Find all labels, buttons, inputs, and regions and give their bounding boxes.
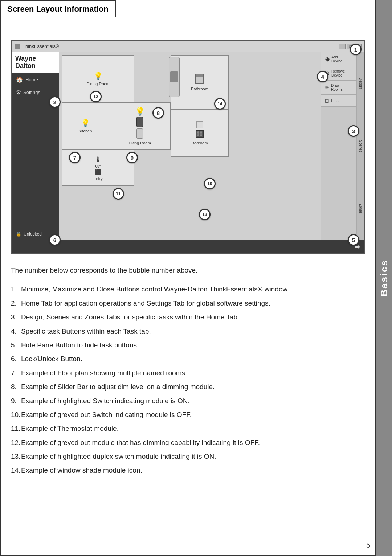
draw-rooms-label: DrawRooms xyxy=(331,83,343,91)
item-text-1: Minimize, Maximize and Close Buttons con… xyxy=(21,285,289,293)
list-item: 12.Example of greyed out module that has… xyxy=(11,437,365,448)
app-body: Wayne Dalton 🏠 Home ⚙ Settings 🔓 Unlocke… xyxy=(12,52,364,240)
light-on: 💡 xyxy=(135,107,145,116)
item-num: 1. xyxy=(11,284,17,295)
draw-rooms-button[interactable]: ✏ DrawRooms xyxy=(321,81,356,95)
item-text-3: Design, Scenes and Zones Tabs for specif… xyxy=(21,313,237,321)
tab-zones[interactable]: Zones xyxy=(357,177,364,240)
item-text-14: Example of window shade module icon. xyxy=(21,466,142,474)
erase-label: Erase xyxy=(331,99,340,103)
item-text-9: Example of highlighted Switch indicating… xyxy=(21,397,190,405)
slider-bar[interactable] xyxy=(169,57,180,97)
switch-off xyxy=(136,128,143,139)
description-list: 1.Minimize, Maximize and Close Buttons c… xyxy=(11,284,365,476)
description-area: The number below corresponds to the bubb… xyxy=(11,265,365,479)
item-text-4: Specific task Buttons within each Task t… xyxy=(21,327,151,335)
rooms-container: 💡 Dining Room 💡 Kitchen 🌡 68° ⬛ Entry xyxy=(62,55,318,237)
erase-button[interactable]: ◻ Erase xyxy=(321,95,356,107)
item-text-7: Example of Floor plan showing multiple n… xyxy=(21,369,187,377)
list-item: 4.Specific task Buttons within each Task… xyxy=(11,326,365,337)
bubble-1: 1 xyxy=(350,44,362,55)
logo-line1: Wayne xyxy=(15,55,55,62)
title-bar: ThinkEssentials® _ □ ✕ xyxy=(12,41,364,52)
nav-settings-label: Settings xyxy=(23,90,40,95)
erase-icon: ◻ xyxy=(325,98,329,103)
list-item: 2.Home Tab for application operations an… xyxy=(11,298,365,309)
list-item: 14.Example of window shade module icon. xyxy=(11,465,365,476)
item-num: 6. xyxy=(11,353,17,364)
add-device-icon: ⊕ xyxy=(325,56,330,63)
nav-home[interactable]: 🏠 Home xyxy=(12,73,59,86)
thermostat-temp: 68° xyxy=(95,164,101,168)
logo-area: Wayne Dalton xyxy=(12,52,59,73)
add-device-label: AddDevice xyxy=(331,55,343,63)
item-text-2: Home Tab for application operations and … xyxy=(21,299,270,307)
bubble-2: 2 xyxy=(49,96,61,108)
bubble-5: 5 xyxy=(348,234,359,246)
app-icon xyxy=(15,44,20,49)
lock-label: Unlocked xyxy=(24,232,42,237)
app-bottom-bar: ➡ xyxy=(12,240,364,253)
light-module: 💡 xyxy=(81,119,90,127)
room-bedroom: Bedroom xyxy=(171,110,229,157)
bubble-14: 14 xyxy=(214,98,226,110)
page-number: 5 xyxy=(366,541,370,549)
shade-module xyxy=(195,74,204,84)
item-text-10: Example of greyed out Switch indicating … xyxy=(21,411,192,418)
switch-grey xyxy=(196,121,203,128)
item-text-12: Example of greyed out module that has di… xyxy=(21,439,260,446)
minimize-button[interactable]: _ xyxy=(339,44,346,49)
list-item: 10.Example of greyed out Switch indicati… xyxy=(11,409,365,420)
switch-on xyxy=(136,117,143,127)
item-num: 2. xyxy=(11,298,17,309)
logo: Wayne Dalton xyxy=(15,55,55,70)
list-item: 9.Example of highlighted Switch indicati… xyxy=(11,396,365,406)
dining-label: Dining Room xyxy=(86,82,110,86)
list-item: 11.Example of Thermostat module. xyxy=(11,423,365,434)
side-tabs: Design Scenes Zones xyxy=(356,52,364,240)
item-num: 12. xyxy=(11,437,20,448)
bubble-12: 12 xyxy=(90,91,102,102)
bubble-10: 10 xyxy=(204,178,216,189)
bubble-8: 8 xyxy=(152,107,164,119)
intro-text: The number below corresponds to the bubb… xyxy=(11,265,365,276)
home-icon: 🏠 xyxy=(16,76,23,83)
item-text-11: Example of Thermostat module. xyxy=(21,425,119,432)
item-num: 9. xyxy=(11,396,17,406)
list-item: 7.Example of Floor plan showing multiple… xyxy=(11,368,365,379)
item-num: 7. xyxy=(11,368,17,379)
screenshot-area: ThinkEssentials® _ □ ✕ Wayne Dalton 🏠 xyxy=(11,40,365,254)
outlet-module: ⬛ xyxy=(95,169,101,175)
list-item: 13.Example of highlighted duplex switch … xyxy=(11,451,365,462)
item-text-13: Example of highlighted duplex switch mod… xyxy=(21,453,216,460)
bubble-13: 13 xyxy=(199,209,211,220)
tab-scenes[interactable]: Scenes xyxy=(357,115,364,178)
floor-plan: 💡 Dining Room 💡 Kitchen 🌡 68° ⬛ Entry xyxy=(59,52,321,240)
list-item: 6.Lock/Unlock Button. xyxy=(11,353,365,364)
duplex-on xyxy=(196,130,204,138)
item-num: 13. xyxy=(11,451,20,462)
basics-label: Basics xyxy=(379,259,390,297)
item-num: 14. xyxy=(11,465,20,476)
kitchen-label: Kitchen xyxy=(79,129,92,133)
bathroom-label: Bathroom xyxy=(191,87,208,91)
item-num: 11. xyxy=(11,423,20,434)
basics-sidebar: Basics xyxy=(376,0,392,556)
item-text-6: Lock/Unlock Button. xyxy=(21,355,82,363)
list-item: 3.Design, Scenes and Zones Tabs for spec… xyxy=(11,312,365,323)
room-kitchen: 💡 Kitchen xyxy=(62,102,109,150)
add-device-button[interactable]: ⊕ AddDevice xyxy=(321,52,356,66)
tab-design[interactable]: Design xyxy=(357,52,364,115)
app-title: ThinkEssentials® xyxy=(23,44,59,49)
right-panel: ⊕ AddDevice ⊖ RemoveDevice ✏ DrawRooms xyxy=(321,52,364,240)
bubble-4: 4 xyxy=(317,71,328,82)
logo-line2: Dalton xyxy=(15,62,55,70)
slider-handle[interactable] xyxy=(170,71,178,82)
bubble-11: 11 xyxy=(113,188,124,200)
settings-icon: ⚙ xyxy=(16,89,21,96)
left-sidebar: Wayne Dalton 🏠 Home ⚙ Settings 🔓 Unlocke… xyxy=(12,52,59,240)
remove-device-label: RemoveDevice xyxy=(331,69,345,77)
item-num: 3. xyxy=(11,312,17,323)
bedroom-label: Bedroom xyxy=(192,141,208,145)
header-tab: Screen Layout Information xyxy=(0,0,116,17)
